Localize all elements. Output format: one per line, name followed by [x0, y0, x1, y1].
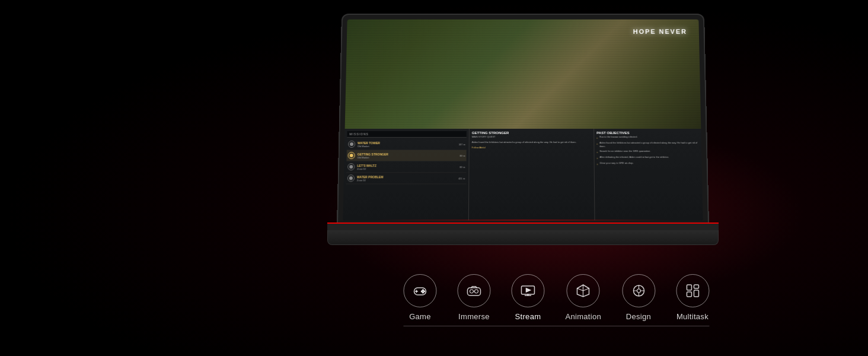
laptop-lid: HOPE NEVER MISSIONS	[337, 14, 709, 227]
icon-item-multitask[interactable]: Multitask	[676, 274, 709, 321]
animation-icon-circle	[567, 274, 600, 307]
mission-item-3: LET'S WALTZ Zone 02 89 m	[346, 161, 466, 173]
icons-underline	[403, 326, 709, 326]
game-label: Game	[409, 312, 431, 321]
svg-point-6	[421, 291, 422, 292]
svg-rect-30	[687, 285, 691, 290]
icon-item-immerse[interactable]: Immerse	[457, 274, 490, 321]
immerse-icon-circle	[457, 274, 490, 307]
icon-item-design[interactable]: Design	[622, 274, 655, 321]
icon-item-stream[interactable]: Stream	[511, 274, 544, 321]
svg-rect-31	[694, 285, 698, 288]
svg-point-7	[422, 292, 423, 293]
svg-point-25	[637, 289, 640, 293]
mission-detail: GETTING STRONGER MAIN STORY QUEST Aiden …	[469, 129, 595, 221]
mission-item-1: WATER TOWER Old Market 107 m	[347, 139, 467, 150]
design-pen-icon	[630, 282, 647, 299]
laptop-base	[327, 230, 719, 245]
multitask-label: Multitask	[676, 312, 709, 321]
mission-item-4: WATER PROBLEM Zone 02 421 m	[346, 173, 467, 184]
svg-point-9	[470, 290, 473, 293]
svg-rect-32	[687, 292, 691, 297]
stream-icon-circle	[511, 274, 544, 307]
mission-list: MISSIONS WATER TOWER Old Market 107 m	[343, 129, 470, 221]
laptop-accent-line	[338, 220, 708, 220]
svg-rect-33	[694, 290, 698, 297]
svg-point-4	[422, 290, 423, 291]
game-ui: MISSIONS WATER TOWER Old Market 107 m	[343, 129, 703, 221]
design-label: Design	[626, 312, 651, 321]
grid-windows-icon	[684, 282, 701, 299]
game-ui-header: MISSIONS	[349, 132, 464, 136]
svg-point-5	[423, 291, 425, 292]
stream-screen-icon	[519, 282, 536, 299]
game-screenshot: HOPE NEVER	[345, 20, 701, 129]
svg-line-21	[577, 288, 583, 291]
icons-row: Game Immerse	[403, 274, 709, 321]
laptop-screen-wrapper: HOPE NEVER MISSIONS	[337, 14, 709, 227]
animation-label: Animation	[565, 312, 601, 321]
objectives-panel: PAST OBJECTIVES › Run to the bazaar avoi…	[594, 129, 703, 221]
icon-item-animation[interactable]: Animation	[565, 274, 601, 321]
svg-marker-16	[526, 288, 530, 292]
game-icon-circle	[403, 274, 436, 307]
mission-item-2: GETTING STRONGER Old Market 89 m	[346, 150, 466, 161]
immerse-label: Immerse	[458, 312, 490, 321]
svg-line-22	[583, 288, 589, 291]
icon-item-game[interactable]: Game	[403, 274, 436, 321]
multitask-icon-circle	[676, 274, 709, 307]
vr-headset-icon	[465, 282, 482, 299]
feature-icons-section: Game Immerse	[403, 274, 709, 326]
game-overlay-text: HOPE NEVER	[633, 28, 687, 35]
3d-cube-icon	[575, 282, 592, 299]
svg-point-10	[474, 290, 478, 293]
laptop-image: HOPE NEVER MISSIONS	[292, 0, 766, 285]
stream-label: Stream	[515, 312, 541, 321]
game-controller-icon	[411, 282, 428, 299]
design-icon-circle	[622, 274, 655, 307]
laptop-screen: HOPE NEVER MISSIONS	[343, 20, 703, 221]
